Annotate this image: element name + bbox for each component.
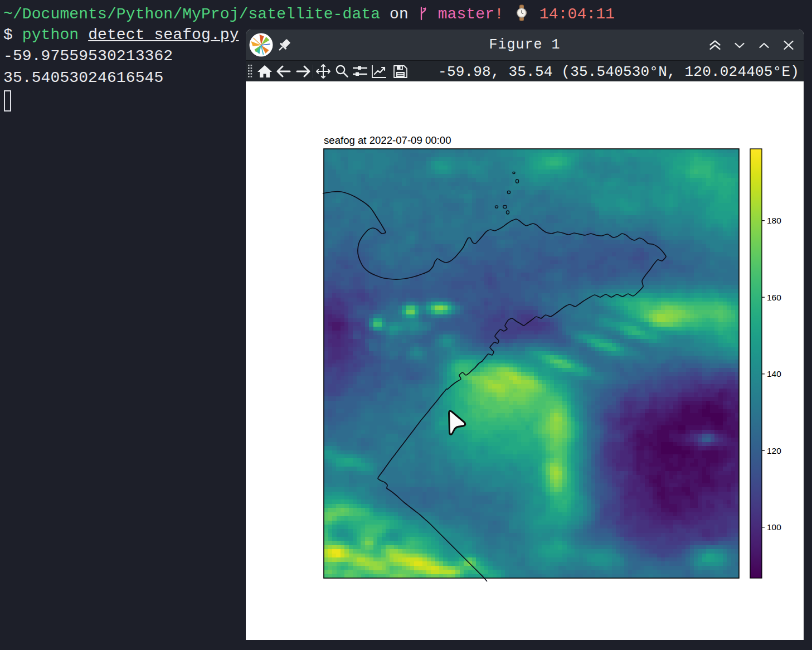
svg-text:seafog at 2022-07-09 00:00: seafog at 2022-07-09 00:00 bbox=[324, 134, 451, 146]
svg-text:120: 120 bbox=[767, 446, 781, 455]
svg-text:160: 160 bbox=[767, 293, 781, 302]
svg-text:140: 140 bbox=[767, 369, 781, 379]
svg-text:180: 180 bbox=[767, 216, 781, 225]
svg-text:100: 100 bbox=[767, 522, 781, 532]
